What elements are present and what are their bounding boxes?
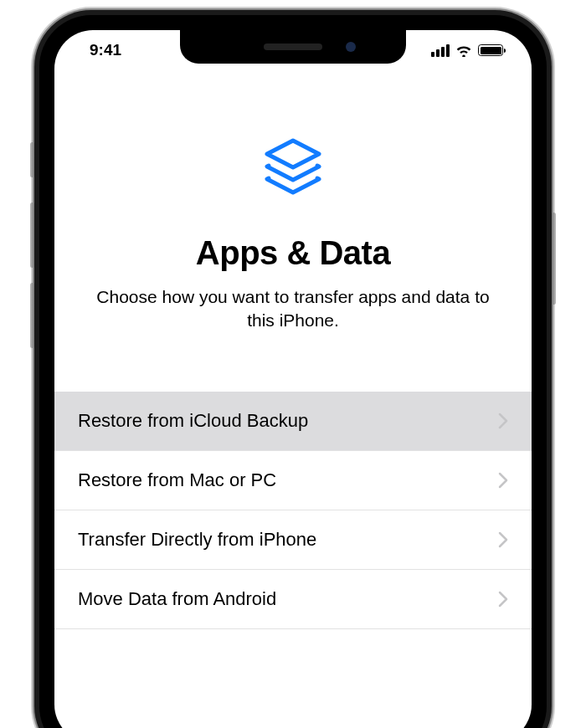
page-title: Apps & Data bbox=[196, 234, 390, 272]
battery-icon bbox=[478, 44, 503, 56]
option-move-from-android[interactable]: Move Data from Android bbox=[54, 570, 532, 629]
front-camera bbox=[346, 42, 356, 52]
earpiece-speaker bbox=[264, 44, 322, 50]
phone-device-frame: 9:41 bbox=[34, 10, 552, 728]
option-label: Transfer Directly from iPhone bbox=[78, 529, 316, 551]
status-indicators bbox=[431, 44, 508, 57]
restore-options-list: Restore from iCloud Backup Restore from … bbox=[54, 392, 532, 629]
option-label: Move Data from Android bbox=[78, 588, 276, 610]
option-label: Restore from Mac or PC bbox=[78, 469, 276, 491]
setup-screen-content: Apps & Data Choose how you want to trans… bbox=[54, 70, 532, 728]
volume-up-button bbox=[30, 203, 34, 268]
notch bbox=[180, 30, 406, 64]
phone-bezel: 9:41 bbox=[39, 15, 547, 728]
cellular-signal-icon bbox=[431, 44, 450, 57]
chevron-right-icon bbox=[498, 472, 508, 489]
option-restore-icloud-backup[interactable]: Restore from iCloud Backup bbox=[54, 392, 532, 451]
page-subtitle: Choose how you want to transfer apps and… bbox=[54, 285, 532, 333]
option-label: Restore from iCloud Backup bbox=[78, 410, 308, 432]
layers-stack-icon bbox=[257, 134, 329, 209]
option-transfer-from-iphone[interactable]: Transfer Directly from iPhone bbox=[54, 510, 532, 570]
status-time: 9:41 bbox=[78, 41, 121, 59]
wifi-icon bbox=[455, 44, 472, 57]
chevron-right-icon bbox=[498, 531, 508, 548]
chevron-right-icon bbox=[498, 591, 508, 608]
chevron-right-icon bbox=[498, 413, 508, 429]
mute-switch bbox=[30, 142, 34, 177]
volume-down-button bbox=[30, 283, 34, 348]
option-restore-mac-pc[interactable]: Restore from Mac or PC bbox=[54, 451, 532, 510]
phone-screen: 9:41 bbox=[54, 30, 532, 728]
side-power-button bbox=[552, 213, 556, 305]
